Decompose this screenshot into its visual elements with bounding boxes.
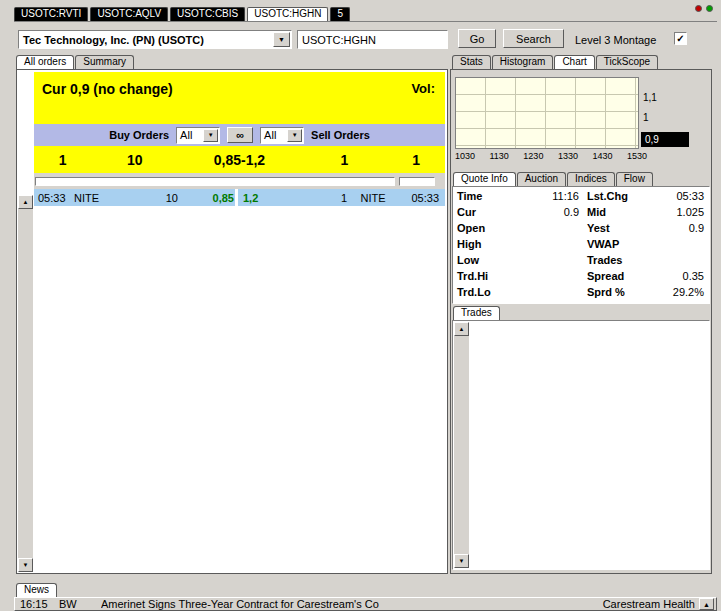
x-tick: 1030 (455, 151, 475, 161)
quote-row: Trd.Hi Spread 0.35 (453, 268, 709, 284)
x-axis-labels: 1030 1130 1230 1330 1430 1530 (455, 151, 647, 161)
tab-indices[interactable]: Indices (567, 172, 615, 186)
news-scroll-up-icon[interactable]: ▲ (699, 598, 714, 610)
sell-depth-bar (399, 177, 435, 186)
chevron-down-icon[interactable]: ▼ (273, 32, 290, 47)
current-price-text: Cur 0,9 (no change) (42, 81, 173, 97)
trades-tab-bar: Trades (453, 306, 500, 320)
sell-orders-label: Sell Orders (311, 129, 370, 141)
bid-ask-range: 0,85-1,2 (178, 152, 301, 168)
book-center-divider (235, 189, 238, 206)
news-time: 16:15 (15, 598, 59, 610)
quote-value: 29.2% (647, 286, 709, 298)
tab-tickscope[interactable]: TickScope (596, 55, 658, 69)
ask-time: 05:33 (399, 192, 445, 204)
news-ticker[interactable]: 16:15 BW Amerinet Signs Three-Year Contr… (14, 597, 717, 611)
quote-label: Trd.Hi (453, 270, 501, 282)
window-tab-bar: USOTC:RVTI USOTC:AQLV USOTC:CBIS USOTC:H… (14, 7, 350, 21)
buy-filter-select[interactable]: All ▼ (176, 127, 220, 144)
montage-content: Cur 0,9 (no change) Vol: Buy Orders All … (34, 72, 445, 571)
sell-order-count: 1 (387, 152, 445, 168)
bid-price: 0,85 (178, 192, 234, 204)
tab-flow[interactable]: Flow (616, 172, 653, 186)
window-tab-hghn[interactable]: USOTC:HGHN (247, 7, 328, 21)
tab-histogram[interactable]: Histogram (492, 55, 554, 69)
tab-stats[interactable]: Stats (452, 55, 491, 69)
tab-quote-info[interactable]: Quote Info (453, 172, 516, 186)
bid-size: 10 (134, 192, 178, 204)
buy-total-size: 10 (92, 152, 178, 168)
quote-label: Open (453, 222, 501, 234)
search-button[interactable]: Search (503, 29, 564, 48)
quote-label: Trd.Lo (453, 286, 501, 298)
link-filters-button[interactable]: ∞ (227, 127, 253, 143)
quote-label: Cur (453, 206, 501, 218)
quote-tab-bar: Quote Info Auction Indices Flow (453, 172, 653, 186)
window-tab-rvti[interactable]: USOTC:RVTI (14, 7, 88, 21)
quote-row: Open Yest 0.9 (453, 220, 709, 236)
link-icon: ∞ (236, 129, 244, 141)
tab-summary[interactable]: Summary (75, 55, 134, 69)
level3-montage-checkbox[interactable]: ✓ (674, 32, 687, 45)
order-book: 05:33 NITE 10 0,85 1,2 1 NITE 05:33 (34, 189, 445, 571)
analysis-tab-bar: Stats Histogram Chart TickScope (452, 55, 658, 69)
chevron-down-icon[interactable]: ▼ (203, 129, 218, 142)
scroll-down-icon[interactable]: ▼ (454, 554, 469, 568)
scroll-up-icon[interactable]: ▲ (454, 322, 469, 336)
tab-chart[interactable]: Chart (554, 55, 594, 69)
check-icon: ✓ (676, 33, 684, 44)
tab-auction[interactable]: Auction (517, 172, 566, 186)
x-tick: 1530 (627, 151, 647, 161)
window-tab-5[interactable]: 5 (330, 7, 350, 21)
volume-label: Vol: (411, 81, 435, 96)
quote-label: Low (453, 254, 501, 266)
order-row[interactable]: 05:33 NITE 10 0,85 1,2 1 NITE 05:33 (34, 189, 445, 206)
buy-filter-value: All (177, 129, 203, 141)
current-price-header: Cur 0,9 (no change) Vol: (34, 72, 445, 124)
trades-scrollbar[interactable]: ▲ ▼ (454, 322, 469, 568)
quote-label: Yest (587, 222, 647, 234)
window-tab-cbis[interactable]: USOTC:CBIS (170, 7, 245, 21)
sell-filter-select[interactable]: All ▼ (260, 127, 304, 144)
buy-orders-label: Buy Orders (109, 129, 169, 141)
company-select[interactable]: Tec Technology, Inc. (PN) (USOTC) ▼ (18, 30, 292, 49)
scroll-down-icon[interactable]: ▼ (18, 558, 33, 572)
quote-label: High (453, 238, 501, 250)
quote-label: Mid (587, 206, 647, 218)
y-axis-label: 1 (643, 112, 649, 123)
tab-strip-divider (14, 21, 717, 22)
bid-time: 05:33 (34, 192, 74, 204)
analysis-panel: 1,1 1 0,9 1030 1130 1230 1330 1430 1530 … (450, 69, 712, 574)
y-axis-label: 1,1 (643, 92, 657, 103)
ask-mmid: NITE (347, 192, 399, 204)
x-tick: 1430 (592, 151, 612, 161)
scroll-up-icon[interactable]: ▲ (18, 195, 33, 209)
quote-value: 0.9 (501, 206, 579, 218)
buy-order-count: 1 (34, 152, 92, 168)
intraday-chart (455, 77, 639, 149)
go-button[interactable]: Go (458, 29, 496, 48)
quote-label: Spread (587, 270, 647, 282)
quote-value: 0.35 (647, 270, 709, 282)
symbol-input[interactable] (297, 30, 448, 49)
quote-label: Trades (587, 254, 647, 266)
quote-label: Lst.Chg (587, 190, 647, 202)
trading-terminal: { "window": { "tabs": [ { "label": "USOT… (0, 0, 721, 611)
x-tick: 1130 (490, 151, 509, 161)
news-headline[interactable]: Amerinet Signs Three-Year Contract for C… (101, 598, 603, 610)
tab-news[interactable]: News (16, 583, 57, 597)
tab-all-orders[interactable]: All orders (16, 55, 74, 69)
bid-mmid: NITE (74, 192, 134, 204)
trades-list: ▲ ▼ (452, 320, 710, 570)
quote-value: 1.025 (647, 206, 709, 218)
window-tab-aqlv[interactable]: USOTC:AQLV (90, 7, 168, 21)
quote-label: VWAP (587, 238, 647, 250)
orders-scrollbar[interactable]: ▲ ▼ (18, 195, 33, 572)
x-tick: 1330 (558, 151, 578, 161)
chevron-down-icon[interactable]: ▼ (287, 129, 302, 142)
tab-trades[interactable]: Trades (453, 306, 500, 320)
ask-size: 1 (327, 192, 347, 204)
montage-panel: ▲ ▼ Cur 0,9 (no change) Vol: Buy Orders … (16, 69, 448, 574)
quote-row: Cur 0.9 Mid 1.025 (453, 204, 709, 220)
quote-row: Trd.Lo Sprd % 29.2% (453, 284, 709, 300)
